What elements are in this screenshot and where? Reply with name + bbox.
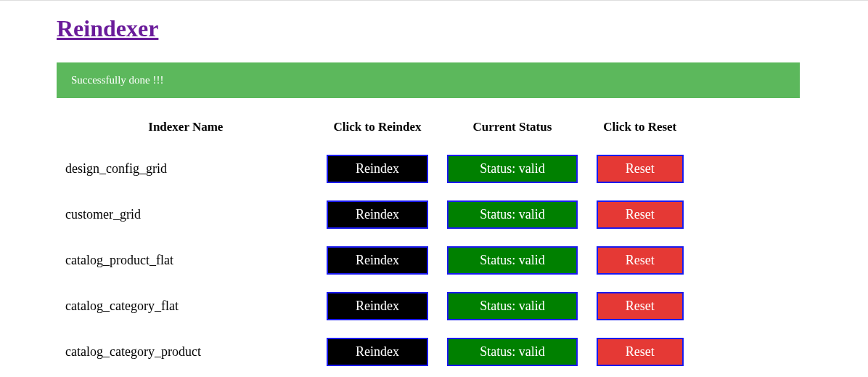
reset-button[interactable]: Reset (597, 338, 684, 366)
table-row: customer_gridReindexStatus: validReset (57, 192, 695, 238)
success-banner: Successfully done !!! (57, 62, 800, 98)
status-badge: Status: valid (447, 200, 578, 229)
status-badge: Status: valid (447, 292, 578, 320)
table-row: catalog_category_flatReindexStatus: vali… (57, 283, 695, 329)
status-badge: Status: valid (447, 246, 578, 275)
indexer-name: catalog_product_flat (57, 238, 315, 283)
reset-button[interactable]: Reset (597, 246, 684, 275)
reset-button[interactable]: Reset (597, 200, 684, 229)
header-current-status: Current Status (440, 113, 584, 146)
reindex-button[interactable]: Reindex (327, 155, 428, 183)
reindex-button[interactable]: Reindex (327, 292, 428, 320)
indexer-name: customer_grid (57, 192, 315, 238)
reindex-button[interactable]: Reindex (327, 338, 428, 366)
header-click-reset: Click to Reset (585, 113, 695, 146)
indexer-name: catalog_category_flat (57, 283, 315, 329)
reindex-button[interactable]: Reindex (327, 200, 428, 229)
indexer-name: catalog_category_product (57, 329, 315, 375)
table-row: design_config_gridReindexStatus: validRe… (57, 146, 695, 192)
reindex-button[interactable]: Reindex (327, 246, 428, 275)
indexer-table: Indexer Name Click to Reindex Current St… (57, 113, 695, 375)
reset-button[interactable]: Reset (597, 292, 684, 320)
reset-button[interactable]: Reset (597, 155, 684, 183)
status-badge: Status: valid (447, 338, 578, 366)
header-indexer-name: Indexer Name (57, 113, 315, 146)
header-click-reindex: Click to Reindex (315, 113, 441, 146)
page-title-link[interactable]: Reindexer (57, 15, 811, 42)
status-badge: Status: valid (447, 155, 578, 183)
table-row: catalog_product_flatReindexStatus: valid… (57, 238, 695, 283)
indexer-name: design_config_grid (57, 146, 315, 192)
table-row: catalog_category_productReindexStatus: v… (57, 329, 695, 375)
